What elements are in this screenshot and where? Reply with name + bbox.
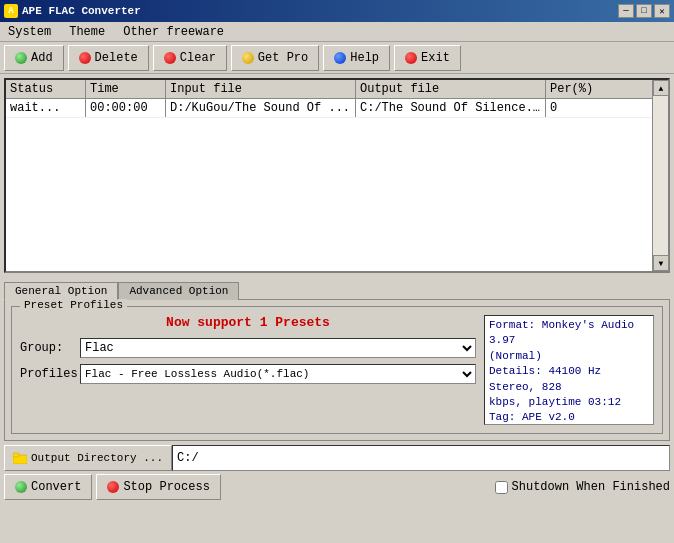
app-icon: A (4, 4, 18, 18)
help-button[interactable]: Help (323, 45, 390, 71)
add-button[interactable]: Add (4, 45, 64, 71)
scroll-down-button[interactable]: ▼ (653, 255, 669, 271)
shutdown-label: Shutdown When Finished (512, 480, 670, 494)
file-list-header: Status Time Input file Output file Per(%… (6, 80, 668, 99)
convert-button[interactable]: Convert (4, 474, 92, 500)
output-dir-input[interactable] (172, 445, 670, 471)
group-field-row: Group: Flac MP3 OGG (20, 338, 476, 358)
output-dir-button[interactable]: Output Directory ... (4, 445, 172, 471)
title-bar: A APE FLAC Converter ─ □ ✕ (0, 0, 674, 22)
shutdown-checkbox[interactable] (495, 481, 508, 494)
row-time: 00:00:00 (86, 99, 166, 117)
menu-other[interactable]: Other freeware (119, 24, 228, 40)
stop-label: Stop Process (123, 480, 209, 494)
toolbar: Add Delete Clear Get Pro Help Exit (0, 42, 674, 74)
col-header-status: Status (6, 80, 86, 98)
col-header-input: Input file (166, 80, 356, 98)
svg-rect-1 (13, 453, 19, 457)
row-per: 0 (546, 99, 606, 117)
preset-profiles-legend: Preset Profiles (20, 299, 127, 311)
info-line-4: Tag: APE v2.0 (489, 410, 649, 425)
scroll-track[interactable] (653, 96, 668, 255)
row-status: wait... (6, 99, 86, 117)
file-list-wrapper: Status Time Input file Output file Per(%… (4, 78, 670, 273)
group-select[interactable]: Flac MP3 OGG (80, 338, 476, 358)
profiles-select[interactable]: Flac - Free Lossless Audio(*.flac) (80, 364, 476, 384)
help-icon (334, 52, 346, 64)
scroll-up-button[interactable]: ▲ (653, 80, 669, 96)
minimize-button[interactable]: ─ (618, 4, 634, 18)
close-button[interactable]: ✕ (654, 4, 670, 18)
tab-advanced[interactable]: Advanced Option (118, 282, 239, 300)
options-panel: Preset Profiles Now support 1 Presets Gr… (4, 299, 670, 441)
convert-icon (15, 481, 27, 493)
info-line-2: Details: 44100 Hz Stereo, 828 (489, 364, 649, 395)
clear-icon (164, 52, 176, 64)
exit-icon (405, 52, 417, 64)
menu-system[interactable]: System (4, 24, 55, 40)
delete-icon (79, 52, 91, 64)
maximize-button[interactable]: □ (636, 4, 652, 18)
output-dir-row: Output Directory ... (4, 445, 670, 471)
info-box: Format: Monkey's Audio 3.97 (Normal) Det… (484, 315, 654, 425)
info-line-3: kbps, playtime 03:12 (489, 395, 649, 410)
bottom-left: Convert Stop Process (4, 474, 221, 500)
menu-theme[interactable]: Theme (65, 24, 109, 40)
info-line-1: (Normal) (489, 349, 649, 364)
bottom-bar: Convert Stop Process Shutdown When Finis… (0, 473, 674, 501)
convert-label: Convert (31, 480, 81, 494)
tab-general[interactable]: General Option (4, 282, 118, 300)
exit-button[interactable]: Exit (394, 45, 461, 71)
preset-left: Now support 1 Presets Group: Flac MP3 OG… (20, 315, 476, 425)
scrollbar-vertical[interactable]: ▲ ▼ (652, 80, 668, 271)
stop-button[interactable]: Stop Process (96, 474, 220, 500)
folder-icon (13, 452, 27, 464)
support-text: Now support 1 Presets (20, 315, 476, 330)
tabs-area: General Option Advanced Option (0, 277, 674, 299)
shutdown-checkbox-label[interactable]: Shutdown When Finished (495, 480, 670, 494)
info-line-0: Format: Monkey's Audio 3.97 (489, 318, 649, 349)
output-dir-label: Output Directory ... (31, 452, 163, 464)
getpro-button[interactable]: Get Pro (231, 45, 319, 71)
add-icon (15, 52, 27, 64)
file-list-body: wait... 00:00:00 D:/KuGou/The Sound Of .… (6, 99, 668, 268)
bottom-right: Shutdown When Finished (495, 480, 670, 494)
table-row[interactable]: wait... 00:00:00 D:/KuGou/The Sound Of .… (6, 99, 668, 118)
menu-bar: System Theme Other freeware (0, 22, 674, 42)
col-header-time: Time (86, 80, 166, 98)
getpro-icon (242, 52, 254, 64)
row-input: D:/KuGou/The Sound Of ... (166, 99, 356, 117)
group-label: Group: (20, 341, 80, 355)
col-header-per: Per(%) (546, 80, 606, 98)
clear-button[interactable]: Clear (153, 45, 227, 71)
col-header-output: Output file (356, 80, 546, 98)
window-title: APE FLAC Converter (22, 5, 141, 17)
delete-button[interactable]: Delete (68, 45, 149, 71)
profiles-field-row: Profiles: Flac - Free Lossless Audio(*.f… (20, 364, 476, 384)
profiles-label: Profiles: (20, 367, 80, 381)
preset-content: Now support 1 Presets Group: Flac MP3 OG… (20, 315, 654, 425)
stop-icon (107, 481, 119, 493)
preset-profiles: Preset Profiles Now support 1 Presets Gr… (11, 306, 663, 434)
row-output: C:/The Sound Of Silence... (356, 99, 546, 117)
